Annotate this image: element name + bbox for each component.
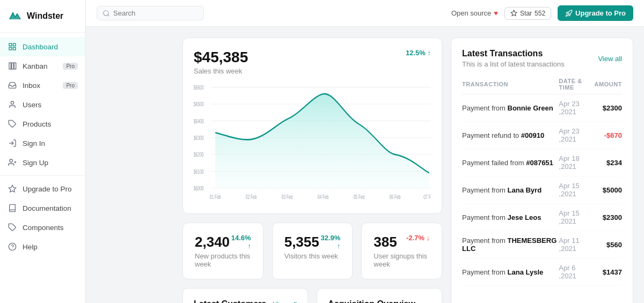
- customers-title: Latest Customers: [194, 299, 266, 303]
- transaction-date: Apr 11 ,2021: [559, 231, 594, 258]
- star-icon: [8, 184, 17, 194]
- sidebar-item-label: Kanban: [23, 62, 48, 70]
- acquisition-title: Acquisition Overview: [328, 299, 431, 303]
- stat-row-top: 385 -2.7% ↓: [374, 234, 430, 250]
- stats-row: 2,340 14.6% ↑ New products this week 5,3…: [182, 223, 442, 279]
- transaction-desc: Payment from Lana Byrd: [462, 176, 559, 204]
- sidebar-item-signin[interactable]: Sign In: [0, 134, 85, 153]
- table-row: Payment from THEMESBERG LLCApr 11 ,2021$…: [462, 231, 622, 258]
- transaction-desc: Payment failed from #087651: [462, 149, 559, 176]
- sidebar-item-label: Upgrade to Pro: [23, 185, 72, 193]
- transaction-desc: Payment from Jese Leos: [462, 204, 559, 231]
- transaction-desc: Payment from Lana Lysle: [462, 258, 559, 286]
- col-amount: Amount: [594, 75, 622, 94]
- transactions-info: Latest Transactions This is a list of la…: [462, 49, 565, 68]
- svg-point-10: [10, 159, 12, 162]
- sidebar-item-label: Dashboard: [23, 43, 58, 51]
- stat-row-top: 5,355 32.9% ↑: [284, 234, 341, 250]
- content-area: $45,385 Sales this week 12.5% ↑ $6600 $6…: [182, 38, 633, 303]
- search-wrap: [97, 6, 204, 20]
- sidebar-item-help[interactable]: Help: [0, 237, 85, 256]
- book-icon: [8, 203, 17, 213]
- chart-area: $6600 $6500 $6400 $6300 $6200 $6100 $600…: [194, 79, 431, 203]
- tag-icon: [8, 119, 17, 129]
- main-content: $45,385 Sales this week 12.5% ↑ $6600 $6…: [172, 27, 644, 303]
- sidebar-item-products[interactable]: Products: [0, 114, 85, 134]
- pro-badge: Pro: [63, 82, 78, 89]
- stat-card-visitors: 5,355 32.9% ↑ Visitors this week: [272, 223, 353, 279]
- svg-rect-2: [9, 47, 12, 50]
- table-row: Payment refund to #00910Apr 23 ,2021-$67…: [462, 122, 622, 149]
- customers-view-all[interactable]: View all: [273, 300, 297, 304]
- sidebar-item-upgrade[interactable]: Upgrade to Pro: [0, 179, 85, 198]
- stat-number: 5,355: [284, 234, 319, 250]
- stat-card-signups: 385 -2.7% ↓ User signups this week: [361, 223, 442, 279]
- svg-text:04 Feb: 04 Feb: [318, 194, 329, 200]
- puzzle-icon: [8, 223, 17, 232]
- grid-icon: [8, 42, 17, 51]
- transactions-view-all[interactable]: View all: [598, 55, 622, 63]
- stat-label: New products this week: [195, 252, 251, 268]
- search-input[interactable]: [113, 9, 194, 17]
- sidebar-item-users[interactable]: Users: [0, 95, 85, 114]
- sidebar-item-label: Components: [23, 224, 64, 232]
- svg-rect-5: [12, 63, 13, 69]
- user-icon: [8, 100, 17, 109]
- sidebar-item-inbox[interactable]: Inbox Pro: [0, 76, 85, 95]
- transactions-header: Latest Transactions This is a list of la…: [462, 49, 622, 68]
- chart-info: $45,385 Sales this week: [194, 49, 248, 75]
- sales-amount: $45,385: [194, 49, 248, 66]
- table-row: Payment from Lana LysleApr 6 ,2021$1437: [462, 258, 622, 286]
- svg-text:$6000: $6000: [194, 185, 204, 191]
- svg-text:06 Feb: 06 Feb: [390, 194, 401, 200]
- sidebar-item-label: Users: [23, 101, 41, 109]
- sidebar-item-documentation[interactable]: Documentation: [0, 198, 85, 218]
- sidebar-item-label: Inbox: [23, 82, 40, 90]
- svg-text:$6600: $6600: [194, 84, 204, 91]
- svg-text:$6300: $6300: [194, 135, 204, 141]
- transaction-desc: Payment from Bonnie Green: [462, 94, 559, 122]
- transaction-date: Apr 18 ,2021: [559, 149, 594, 176]
- star-outline-icon: [510, 10, 517, 17]
- star-button[interactable]: Star 552: [504, 7, 551, 20]
- stat-card-products: 2,340 14.6% ↑ New products this week: [182, 223, 264, 279]
- sidebar-item-components[interactable]: Components: [0, 218, 85, 237]
- sidebar-item-dashboard[interactable]: Dashboard: [0, 37, 85, 56]
- opensource-badge: Open source ♥: [451, 9, 498, 17]
- transaction-date: Apr 15 ,2021: [559, 176, 594, 204]
- svg-rect-6: [14, 63, 16, 69]
- logo-icon: [8, 9, 23, 24]
- transaction-date: Apr 23 ,2021: [559, 94, 594, 122]
- svg-marker-13: [9, 185, 16, 192]
- right-panel: Latest Transactions This is a list of la…: [451, 38, 633, 303]
- stat-label: User signups this week: [374, 252, 430, 268]
- columns-icon: [8, 61, 17, 71]
- upgrade-button[interactable]: Upgrade to Pro: [558, 5, 633, 21]
- sales-label: Sales this week: [194, 67, 248, 75]
- col-transaction: Transaction: [462, 75, 559, 94]
- stat-number: 385: [374, 234, 397, 250]
- star-label: Star: [520, 10, 532, 17]
- svg-rect-0: [9, 43, 12, 46]
- svg-text:05 Feb: 05 Feb: [354, 194, 365, 200]
- transaction-amount: $5000: [594, 176, 622, 204]
- star-count: 552: [535, 10, 545, 17]
- sidebar-item-signup[interactable]: Sign Up: [0, 153, 85, 172]
- arrow-right-icon: [8, 138, 17, 148]
- svg-text:01 Feb: 01 Feb: [210, 194, 221, 200]
- table-row: Payment from Lana ByrdApr 15 ,2021$5000: [462, 176, 622, 204]
- stat-label: Visitors this week: [284, 252, 341, 260]
- table-row: Payment failed from #087651Apr 18 ,2021$…: [462, 149, 622, 176]
- latest-customers-card: Latest Customers View all: [182, 288, 308, 303]
- sidebar-item-kanban[interactable]: Kanban Pro: [0, 56, 85, 76]
- transactions-card: Latest Transactions This is a list of la…: [451, 38, 633, 303]
- sidebar: Windster Dashboard Kanban Pro Inbox Pro: [0, 0, 86, 303]
- inbox-icon: [8, 80, 17, 90]
- svg-point-7: [11, 101, 13, 104]
- nav-divider: [0, 175, 85, 176]
- transaction-desc: Payment from THEMESBERG LLC: [462, 231, 559, 258]
- svg-text:03 Feb: 03 Feb: [282, 194, 293, 200]
- sidebar-item-label: Help: [23, 243, 38, 251]
- left-column: $45,385 Sales this week 12.5% ↑ $6600 $6…: [182, 38, 442, 303]
- svg-text:$6500: $6500: [194, 101, 204, 108]
